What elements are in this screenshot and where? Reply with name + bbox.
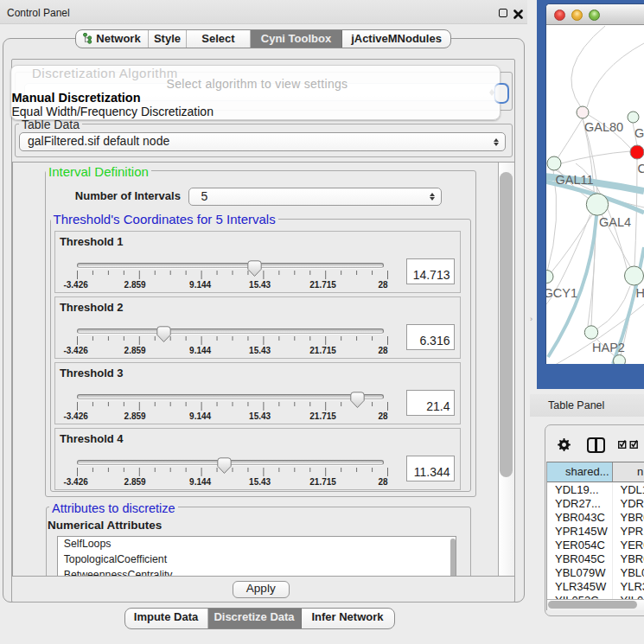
svg-text:GAL80: GAL80 — [584, 120, 623, 134]
svg-text:H: H — [636, 286, 644, 300]
svg-text:G.: G. — [634, 126, 644, 140]
svg-text:GCY1: GCY1 — [546, 286, 577, 300]
svg-text:C: C — [638, 162, 644, 175]
svg-text:GAL4: GAL4 — [599, 215, 631, 229]
svg-text:GAL11: GAL11 — [556, 173, 594, 187]
svg-text:HAP2: HAP2 — [592, 341, 625, 354]
